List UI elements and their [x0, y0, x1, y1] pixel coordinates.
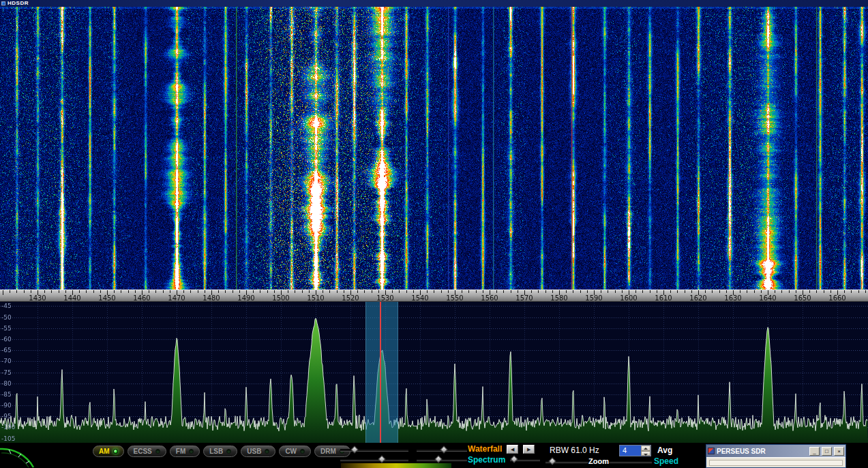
- level-gradient-slider[interactable]: [341, 463, 451, 468]
- frequency-scale[interactable]: [0, 290, 868, 302]
- display-labels: Waterfall ◀ ▶ Spectrum: [468, 443, 540, 465]
- slider-thumb[interactable]: [378, 455, 385, 463]
- slider-track[interactable]: [417, 458, 467, 461]
- close-button[interactable]: ×: [834, 447, 844, 456]
- spectrum-label: Spectrum: [468, 455, 505, 465]
- avg-count-value: 4: [620, 446, 641, 456]
- level-sliders: [340, 446, 470, 465]
- perseus-control-strip: [709, 460, 843, 466]
- avg-count-select[interactable]: 4: [619, 445, 651, 456]
- perseus-icon: [708, 448, 715, 454]
- slider-track[interactable]: [340, 449, 408, 452]
- mode-label: CW: [285, 448, 297, 455]
- mode-label: AM: [99, 448, 110, 455]
- speed-label: Speed: [654, 456, 678, 466]
- mode-led-icon: [189, 449, 194, 454]
- waterfall-display[interactable]: [0, 7, 868, 290]
- mode-led-icon: [265, 449, 269, 454]
- signal-meter-arc: [0, 443, 35, 468]
- avg-label: Avg: [657, 446, 672, 455]
- avg-spinner: [641, 446, 650, 456]
- mode-label: ECSS: [134, 448, 152, 455]
- mode-button-cw[interactable]: CW: [279, 446, 311, 457]
- app-icon: [1, 1, 5, 5]
- spin-down-button[interactable]: [641, 451, 650, 456]
- slider-track[interactable]: [417, 449, 467, 452]
- mode-led-icon: [113, 449, 118, 454]
- mode-button-ecss[interactable]: ECSS: [128, 446, 166, 457]
- spectrum-display[interactable]: [0, 302, 868, 443]
- mode-led-icon: [300, 449, 305, 454]
- slider-thumb[interactable]: [435, 455, 443, 463]
- mode-button-fm[interactable]: FM: [170, 446, 200, 457]
- mode-label: USB: [247, 448, 261, 455]
- slider-track[interactable]: [340, 458, 408, 461]
- control-bar: AM ECSS FM LSB USB CW: [0, 443, 868, 468]
- zoom-label: Zoom: [545, 457, 652, 465]
- zoom-control: Zoom: [545, 457, 652, 466]
- minimize-button[interactable]: _: [809, 447, 820, 456]
- waterfall-prev-button[interactable]: ◀: [507, 445, 518, 454]
- mode-led-icon: [226, 449, 231, 454]
- maximize-button[interactable]: □: [822, 447, 832, 456]
- hdsdr-app: HDSDR AM ECSS FM LSB: [0, 0, 868, 468]
- mode-label: FM: [176, 448, 185, 455]
- waterfall-label: Waterfall: [468, 444, 502, 454]
- spectrum-mini-slider[interactable]: [510, 458, 540, 461]
- perseus-window: PERSEUS SDR _ □ ×: [706, 444, 846, 468]
- perseus-window-body: [706, 457, 845, 468]
- mode-led-icon: [155, 449, 160, 454]
- perseus-title: PERSEUS SDR: [717, 448, 807, 455]
- spin-up-button[interactable]: [641, 446, 650, 451]
- waterfall-next-button[interactable]: ▶: [523, 445, 535, 454]
- mode-button-lsb[interactable]: LSB: [203, 446, 237, 457]
- rbw-readout: RBW 61.0 Hz: [550, 446, 599, 455]
- mode-selector: AM ECSS FM LSB USB CW: [93, 446, 350, 457]
- slider-thumb[interactable]: [350, 446, 358, 453]
- mode-label: DRM: [320, 448, 336, 455]
- perseus-title-bar[interactable]: PERSEUS SDR _ □ ×: [706, 445, 845, 457]
- mode-button-am[interactable]: AM: [93, 446, 124, 457]
- slider-thumb[interactable]: [510, 455, 518, 463]
- mode-button-usb[interactable]: USB: [241, 446, 275, 457]
- slider-thumb[interactable]: [440, 446, 447, 453]
- mode-label: LSB: [209, 448, 223, 455]
- title-bar[interactable]: HDSDR: [0, 0, 868, 7]
- window-title: HDSDR: [8, 1, 29, 6]
